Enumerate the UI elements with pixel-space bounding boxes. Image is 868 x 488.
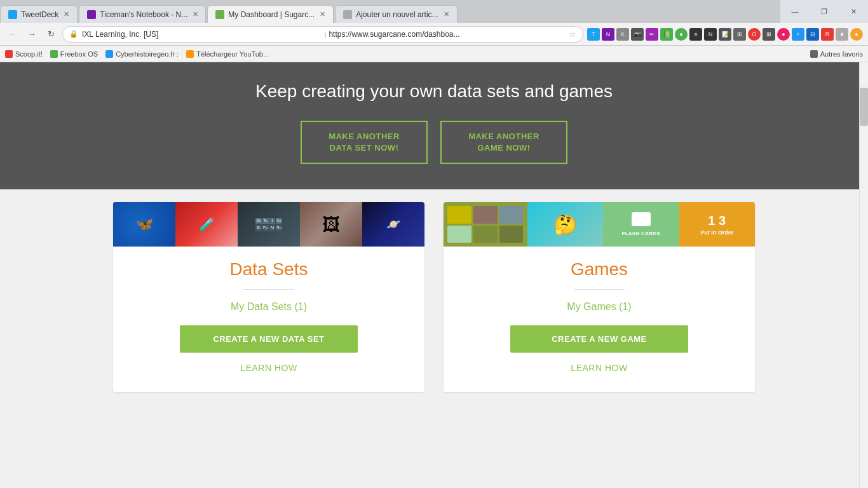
data-sets-divider (243, 289, 294, 290)
ds-tile-5: 🪐 (362, 202, 424, 247)
tab-close-onenote[interactable]: ✕ (193, 10, 198, 18)
ds-tile-3: Sb Te I Xe Bi Po At Rn (238, 202, 300, 247)
ds-tile-2: 🧪 (175, 202, 238, 247)
ext-icon-6[interactable]: 📗 (660, 28, 673, 41)
games-image-strip: 🤔 FLASH CARDS 1 3 Put in Order (444, 202, 755, 247)
tab-icon-twitter (8, 10, 17, 19)
ext-icon-10[interactable]: 📝 (719, 28, 731, 41)
ext-icon-16[interactable]: ⊟ (806, 28, 819, 41)
tab-icon-ajouter (343, 10, 352, 19)
top-heading: Keep creating your own data sets and gam… (13, 81, 855, 102)
games-subtitle: My Games (1) (463, 301, 736, 313)
bookmark-icon-autres (810, 50, 818, 58)
ext-icon-8[interactable]: ≡ (689, 28, 702, 41)
scrollbar[interactable] (859, 62, 868, 488)
ds-tile-1: 🦋 (113, 202, 175, 247)
address-bar[interactable]: 🔒 IXL Learning, Inc. [US] | https://www.… (62, 26, 583, 43)
back-button[interactable]: ← (5, 27, 20, 42)
games-title: Games (463, 259, 736, 280)
g-tile-2: 🤔 (527, 202, 604, 247)
ext-icon-19[interactable]: ● (850, 28, 863, 41)
ext-icon-4[interactable]: 📷 (631, 28, 644, 41)
make-another-dataset-button[interactable]: MAKE ANOTHERDATA SET NOW! (301, 121, 428, 164)
make-another-game-button[interactable]: MAKE ANOTHERGAME NOW! (440, 121, 567, 164)
tab-label-onenote: Ticeman's Notebook - N... (100, 10, 187, 19)
minimize-button[interactable]: — (780, 0, 810, 23)
url-text: https://www.sugarcane.com/dashboa... (329, 30, 569, 39)
bookmark-label-telechargeur: Téléchargeur YouTub... (196, 50, 269, 58)
cards-section: 🦋 🧪 Sb Te I Xe Bi Po (0, 189, 868, 417)
bookmark-label-scooplt: Scoop.it! (15, 50, 43, 58)
tab-tweetdeck[interactable]: TweetDeck ✕ (0, 5, 78, 23)
bookmark-star-icon[interactable]: ☆ (569, 29, 576, 39)
games-divider (574, 289, 625, 290)
bookmark-icon-telechargeur (186, 50, 194, 58)
games-card: 🤔 FLASH CARDS 1 3 Put in Order Games My … (444, 202, 755, 392)
create-game-button[interactable]: CREATE A NEW GAME (510, 325, 688, 353)
put-in-order-numbers: 1 3 (708, 214, 726, 228)
datasets-learn-link[interactable]: LEARN HOW (132, 363, 405, 373)
data-sets-image-strip: 🦋 🧪 Sb Te I Xe Bi Po (113, 202, 424, 247)
ext-icon-17[interactable]: R (821, 28, 834, 41)
ext-icon-15[interactable]: + (792, 28, 804, 41)
lock-icon: 🔒 (69, 30, 78, 38)
ext-icon-2[interactable]: N (602, 28, 614, 41)
refresh-button[interactable]: ↻ (43, 27, 58, 42)
data-sets-card-body: Data Sets My Data Sets (1) CREATE A NEW … (113, 247, 424, 392)
bookmark-icon-freebox (50, 50, 58, 58)
maximize-button[interactable]: ❐ (810, 0, 839, 23)
flash-cards-card-icon (632, 212, 651, 226)
tab-icon-sugarcane (215, 10, 224, 19)
bookmark-icon-scooplt (5, 50, 13, 58)
extension-icons: T N K 📷 ✏ 📗 ● ≡ N 📝 ⊞ O ⊞ ● + ⊟ R ★ ● (587, 28, 863, 41)
games-learn-link[interactable]: LEARN HOW (463, 363, 736, 373)
games-card-body: Games My Games (1) CREATE A NEW GAME LEA… (444, 247, 755, 392)
forward-button[interactable]: → (24, 27, 39, 42)
page-content: Keep creating your own data sets and gam… (0, 62, 868, 417)
tab-close-tweetdeck[interactable]: ✕ (64, 10, 69, 18)
ext-icon-18[interactable]: ★ (836, 28, 848, 41)
bookmark-scooplt[interactable]: Scoop.it! (5, 50, 43, 58)
bookmark-cyberhistoire[interactable]: Cyberhistoiregeo.fr : (105, 50, 179, 58)
ext-icon-5[interactable]: ✏ (646, 28, 658, 41)
g-tile-flashcards: FLASH CARDS (603, 202, 679, 247)
data-sets-title: Data Sets (132, 259, 405, 280)
close-button[interactable]: ✕ (839, 0, 868, 23)
data-sets-subtitle: My Data Sets (1) (132, 301, 405, 313)
scrollbar-thumb[interactable] (860, 88, 868, 126)
g-tile-1 (444, 202, 527, 247)
bookmark-icon-cyberhistoire (105, 50, 113, 58)
flash-cards-label: FLASH CARDS (619, 231, 663, 236)
tab-icon-onenote (87, 10, 96, 19)
bookmark-autres[interactable]: Autres favoris (810, 50, 863, 58)
tab-close-ajouter[interactable]: ✕ (444, 10, 449, 18)
tab-label-tweetdeck: TweetDeck (21, 10, 58, 19)
ext-icon-12[interactable]: O (748, 28, 761, 41)
ext-icon-7[interactable]: ● (675, 28, 688, 41)
ext-icon-1[interactable]: T (587, 28, 600, 41)
data-sets-card: 🦋 🧪 Sb Te I Xe Bi Po (113, 202, 424, 392)
bookmark-telechargeur[interactable]: Téléchargeur YouTub... (186, 50, 269, 58)
ext-icon-9[interactable]: N (704, 28, 717, 41)
tab-ajouter[interactable]: Ajouter un nouvel artic... ✕ (335, 5, 457, 23)
bookmark-label-freebox: Freebox OS (60, 50, 98, 58)
tab-sugarcane[interactable]: My Dashboard | Sugarc... ✕ (207, 5, 334, 23)
bookmark-label-cyberhistoire: Cyberhistoiregeo.fr : (116, 50, 179, 58)
url-lock-label: IXL Learning, Inc. [US] (82, 30, 322, 39)
bookmark-label-autres: Autres favoris (820, 50, 863, 58)
top-section: Keep creating your own data sets and gam… (0, 62, 868, 189)
tab-close-sugarcane[interactable]: ✕ (320, 10, 325, 18)
top-buttons: MAKE ANOTHERDATA SET NOW! MAKE ANOTHERGA… (13, 121, 855, 164)
create-dataset-button[interactable]: CREATE A NEW DATA SET (180, 325, 358, 353)
ext-icon-3[interactable]: K (616, 28, 629, 41)
put-in-order-label: Put in Order (700, 229, 733, 236)
g-tile-put-in-order: 1 3 Put in Order (679, 202, 756, 247)
ext-icon-11[interactable]: ⊞ (733, 28, 746, 41)
bookmark-freebox[interactable]: Freebox OS (50, 50, 98, 58)
tab-onenote[interactable]: Ticeman's Notebook - N... ✕ (79, 5, 206, 23)
address-separator: | (325, 30, 327, 38)
ext-icon-13[interactable]: ⊞ (763, 28, 775, 41)
tab-label-sugarcane: My Dashboard | Sugarc... (228, 10, 315, 19)
tab-label-ajouter: Ajouter un nouvel artic... (356, 10, 438, 19)
ext-icon-14[interactable]: ● (777, 28, 790, 41)
